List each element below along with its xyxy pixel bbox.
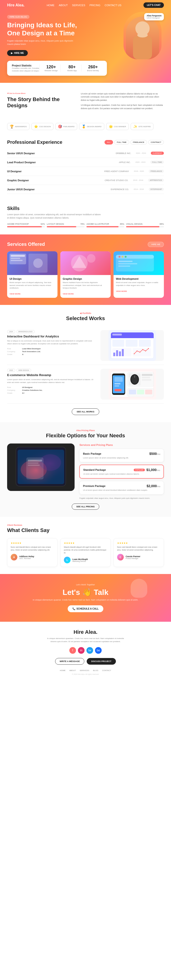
wave-icon: 👋: [82, 588, 92, 597]
work-tag-type-0: BRANDING/LOGO: [16, 330, 35, 333]
svg-rect-59: [145, 390, 152, 395]
footer-nav-blog[interactable]: BLOG: [93, 670, 98, 671]
cta-schedule-button[interactable]: 📞 SCHEDULE A CALL: [68, 605, 104, 612]
services-hire-button[interactable]: HIRE ME: [148, 242, 164, 247]
pricing-tablet-mockup: [7, 444, 75, 491]
footer-nav-home[interactable]: HOME: [60, 670, 66, 671]
svg-rect-55: [142, 379, 151, 380]
plan-desc-0: Lorem ipsum dolor sit amet consectetur a…: [83, 457, 160, 459]
pricing-section: Alea Pricing Plans Flexible Options for …: [0, 422, 171, 517]
see-all-pricing-button[interactable]: SEE ALL PRICING: [72, 504, 99, 510]
service-card-web: Web Development Morbi at amet cras amet …: [113, 251, 164, 298]
svg-point-34: [134, 353, 135, 354]
work-item-0: 2024 BRANDING/LOGO Interactive Dashboard…: [7, 326, 164, 365]
nav-pricing[interactable]: PRICING: [89, 4, 101, 6]
hero-btn-label: HIRE ME: [14, 52, 24, 54]
skill-label-3: VISUAL DESIGN: [126, 223, 142, 225]
test-role-1: Marketing Director: [72, 560, 88, 562]
testimonial-1: ★★★★★ Mauris blandit aliquet elit eget t…: [60, 538, 111, 567]
skills-description: Lorem ipsum dolor sit amet, consectetur …: [7, 213, 102, 220]
skill-label-0: ADOBE PHOTOSHOP: [7, 223, 29, 225]
svg-rect-1: [133, 36, 152, 59]
social-instagram[interactable]: in: [78, 647, 85, 654]
footer-message-button[interactable]: WRITE A MESSAGE: [55, 658, 84, 665]
svg-rect-23: [111, 336, 153, 338]
pricing-note: Fugate vulputate vitae augue arcu, risus…: [79, 497, 164, 500]
skill-pct-3: 88%: [160, 223, 164, 225]
experience-header: Professional Experience ALL FULL TIME FR…: [7, 140, 164, 145]
exp-job-0: Senior UI/UX Designer: [7, 152, 116, 155]
footer-nav-about[interactable]: ABOUT: [69, 670, 76, 671]
social-behance[interactable]: be: [95, 647, 102, 654]
stat-apps-label: Mobile App: [63, 70, 81, 72]
stars-2: ★★★★★: [117, 542, 160, 544]
service-view-more-ui[interactable]: VIEW MORE: [10, 293, 21, 295]
service-title-graphic: Graphic Design: [63, 277, 108, 280]
work-meta-0: Role Lead Web Developer Company Tech Inn…: [7, 348, 96, 355]
svg-rect-47: [115, 389, 121, 391]
cta-section: Let's Work Together Let's 👋 Talk In vivi…: [0, 574, 171, 622]
service-view-more-graphic[interactable]: VIEW MORE: [63, 293, 74, 295]
nav-home[interactable]: HOME: [46, 4, 54, 6]
star-icon: ⭐: [34, 124, 38, 128]
social-facebook[interactable]: f: [69, 647, 76, 654]
filter-contract[interactable]: CONTRACT: [148, 140, 164, 145]
filter-all[interactable]: ALL: [104, 140, 113, 145]
work-role-label-0: Role: [7, 348, 20, 350]
testimonials-title: What Clients Say: [7, 527, 164, 533]
skill-fill-1: [47, 226, 76, 228]
service-view-more-web[interactable]: VIEW MORE: [116, 290, 127, 292]
cta-subtitle: In vivique elementum quaerat. Credo hoc …: [7, 599, 164, 601]
nav-contact[interactable]: CONTACT US: [105, 4, 121, 6]
award-fwa: 🎯 FWA AWARD: [55, 123, 77, 130]
service-title-ui: UI Design: [10, 277, 55, 280]
svg-point-36: [139, 352, 141, 353]
footer-nav-services[interactable]: SERVICES: [80, 670, 89, 671]
works-header: ◀ Portfolio Selected Works: [7, 312, 164, 321]
see-all-works-button[interactable]: SEE ALL WORKS: [72, 408, 99, 415]
nav-about[interactable]: ABOUT: [59, 4, 68, 6]
work-tag-year-0: 2024: [7, 330, 15, 333]
svg-point-8: [33, 258, 43, 268]
services-title: Services Offered: [7, 242, 45, 247]
skill-fill-0: [7, 226, 42, 228]
exp-period-3: 2016 - 2018: [133, 179, 143, 181]
test-avatar-0: A: [11, 554, 18, 560]
footer-project-button[interactable]: DISCUSS PROJECT: [87, 658, 116, 665]
svg-point-38: [145, 350, 146, 352]
service-title-web: Web Development: [116, 277, 161, 280]
svg-rect-44: [115, 377, 123, 382]
stat-item-brands: 260+ Brand Identity: [81, 65, 102, 72]
exp-period-1: 2020 - 2022: [135, 161, 145, 163]
triangle-icon: ◀: [80, 312, 82, 314]
svg-rect-25: [112, 340, 124, 347]
filter-freelance[interactable]: FREELANCE: [130, 140, 147, 145]
nav-cta-button[interactable]: LET'S CHAT: [144, 2, 164, 8]
award-label-0: AWWWARDS: [15, 126, 27, 128]
nav-services[interactable]: SERVICES: [72, 4, 85, 6]
nav-logo[interactable]: Hire Alea.: [7, 3, 24, 7]
exp-period-0: 2022 - 2024: [136, 152, 146, 154]
service-img-graphic: [60, 251, 111, 275]
works-section: ◀ Portfolio Selected Works 2024 BRANDING…: [0, 305, 171, 422]
exp-job-2: UI Designer: [7, 170, 104, 173]
award-awwwards: 🏆 AWWWARDS: [7, 123, 29, 130]
skill-pct-2: 85%: [120, 223, 124, 225]
hero-cta-button[interactable]: ▶ HIRE ME: [7, 50, 28, 56]
filter-fulltime[interactable]: FULL TIME: [114, 140, 129, 145]
social-twitter[interactable]: tw: [86, 647, 93, 654]
footer-nav-contact[interactable]: CONTACT: [102, 670, 111, 671]
exp-type-1: FULL-TIME: [150, 161, 164, 164]
awards-row: 🏆 AWWWARDS ⭐ CSS DESIGN 🎯 FWA AWARD 🥇 DE…: [0, 121, 171, 135]
hero-name-badge: Alea Ferguson UI/UX Designer: [144, 13, 164, 21]
award-label-5: SITE INSPIRE: [139, 126, 151, 128]
phone-icon: 📞: [72, 608, 75, 610]
test-role-0: CEO, TechStart: [19, 558, 34, 559]
skills-section: Skills Lorem ipsum dolor sit amet, conse…: [0, 201, 171, 234]
svg-rect-57: [129, 390, 136, 395]
footer-copyright: © 2024 Hire Alea. All rights reserved.: [7, 673, 164, 675]
plan-name-2: Premium Package: [83, 485, 105, 487]
work-grade-label-1: Grade: [7, 392, 20, 394]
nav-links: HOME ABOUT SERVICES PRICING CONTACT US: [46, 4, 121, 6]
exp-period-4: 2014 - 2016: [134, 188, 144, 190]
